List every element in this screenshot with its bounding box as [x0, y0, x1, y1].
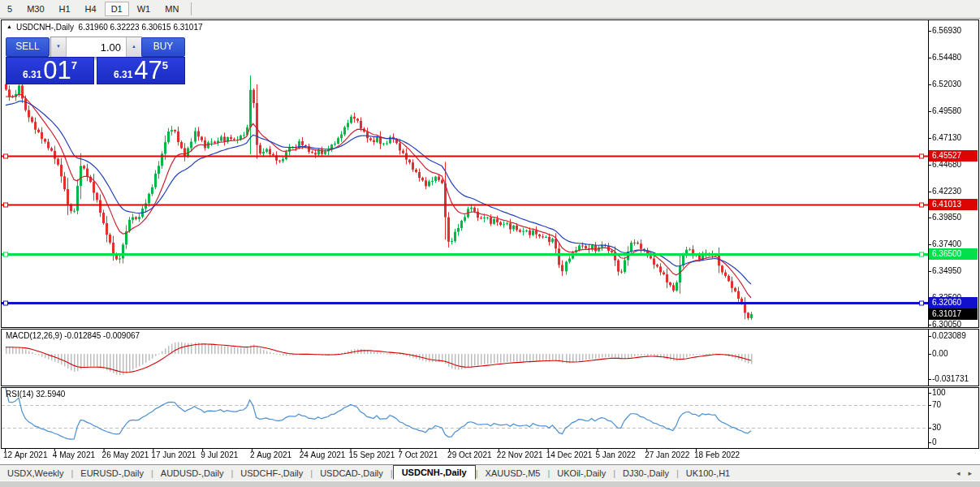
- sell-price-prefix: 6.31: [23, 69, 41, 80]
- chart-tab-usdx-weekly[interactable]: USDX,Weekly: [0, 467, 71, 480]
- rsi-label: RSI(14) 32.5940: [6, 390, 65, 399]
- sell-price-box[interactable]: 6.31 01 7: [6, 57, 94, 84]
- tab-scroll-arrows: ◂ ▸: [956, 469, 972, 477]
- collapse-triangle-icon[interactable]: ▲: [6, 24, 12, 29]
- chart-tab-ukoil-daily[interactable]: UKOil-,Daily: [550, 467, 613, 480]
- chart-tab-usdcnh-daily[interactable]: USDCNH-,Daily: [393, 465, 476, 480]
- chart-tab-bar: USDX,Weekly|EURUSD-,Daily|AUDUSD-,Daily|…: [0, 464, 980, 481]
- buy-price-box[interactable]: 6.31 47 5: [97, 57, 185, 84]
- timeframe-button-m30[interactable]: M30: [20, 2, 50, 16]
- chart-tab-audusd-daily[interactable]: AUDUSD-,Daily: [153, 467, 231, 480]
- timeframe-button-h1[interactable]: H1: [53, 2, 77, 16]
- one-click-trading-panel: SELL ▾ ▴ BUY 6.31 01 7 6.31 47 5: [6, 37, 185, 84]
- volume-decrease-button[interactable]: ▾: [51, 37, 67, 57]
- buy-price-sup: 5: [162, 59, 168, 71]
- macd-label: MACD(12,26,9) -0.012845 -0.009067: [6, 331, 140, 340]
- buy-price-big: 47: [134, 58, 162, 83]
- volume-group: ▾ ▴: [50, 37, 142, 58]
- chart-tab-usdcad-daily[interactable]: USDCAD-,Daily: [313, 467, 391, 480]
- timeframe-toolbar: 5M30H1H4D1W1MN: [0, 0, 980, 19]
- chart-tab-xauusd-m5[interactable]: XAUUSD-,M5: [478, 467, 548, 480]
- volume-increase-button[interactable]: ▴: [126, 37, 141, 57]
- chart-tab-dj30-daily[interactable]: DJ30-,Daily: [615, 467, 676, 480]
- volume-input[interactable]: [67, 37, 126, 57]
- trade-row-prices: 6.31 01 7 6.31 47 5: [6, 57, 185, 84]
- trade-row-buttons: SELL ▾ ▴ BUY: [6, 37, 185, 55]
- symbol-header: ▲ USDCNH-,Daily 6.31960 6.32223 6.30615 …: [6, 23, 203, 32]
- chart-tab-usdchf-daily[interactable]: USDCHF-,Daily: [233, 467, 310, 480]
- timeframe-button-mn[interactable]: MN: [158, 2, 185, 16]
- tab-scroll-left-icon[interactable]: ◂: [956, 469, 961, 477]
- sell-price-big: 01: [43, 58, 71, 83]
- sell-price-sup: 7: [71, 59, 77, 71]
- timeframe-button-h4[interactable]: H4: [79, 2, 103, 16]
- timeframe-button-5[interactable]: 5: [1, 2, 19, 16]
- symbol-ohlc-text: USDCNH-,Daily 6.31960 6.32223 6.30615 6.…: [16, 23, 203, 32]
- timeframe-button-d1[interactable]: D1: [105, 2, 129, 16]
- timeframe-button-w1[interactable]: W1: [131, 2, 158, 16]
- buy-price-prefix: 6.31: [114, 69, 132, 80]
- chart-tab-uk100-h1[interactable]: UK100-,H1: [679, 467, 737, 480]
- buy-button[interactable]: BUY: [141, 37, 185, 57]
- chart-tab-eurusd-daily[interactable]: EURUSD-,Daily: [73, 467, 151, 480]
- mt4-window: { "toolbar": {"timeframes": ["5","M30","…: [0, 0, 980, 487]
- toolbar-separator: [191, 2, 192, 15]
- tab-scroll-right-icon[interactable]: ▸: [968, 469, 972, 477]
- bottom-strip: [0, 481, 980, 487]
- sell-button[interactable]: SELL: [6, 37, 50, 57]
